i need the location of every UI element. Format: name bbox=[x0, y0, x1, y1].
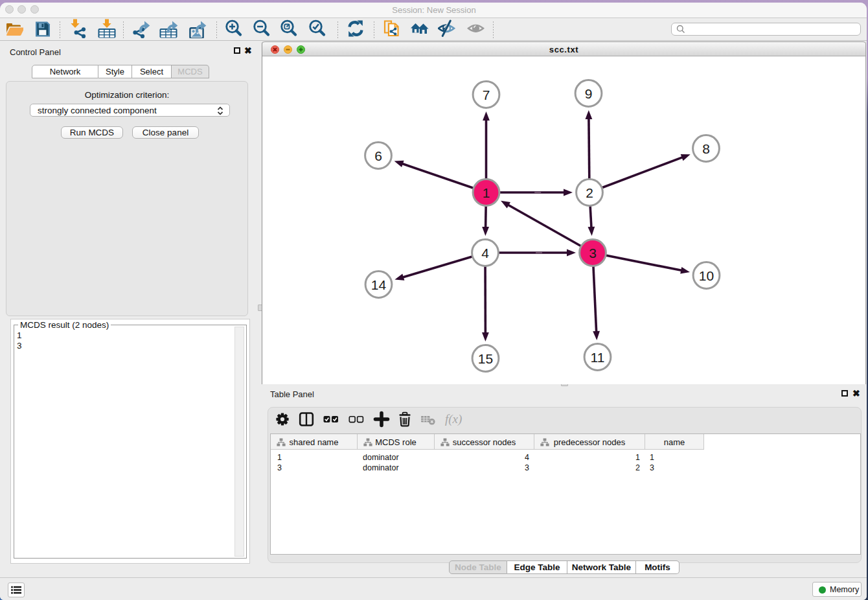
svg-text:4: 4 bbox=[481, 246, 489, 260]
svg-text:11: 11 bbox=[591, 350, 605, 365]
svg-text:2: 2 bbox=[586, 185, 593, 200]
svg-text:7: 7 bbox=[483, 87, 490, 102]
svg-text:6: 6 bbox=[374, 148, 382, 163]
svg-text:8: 8 bbox=[702, 141, 710, 156]
svg-text:3: 3 bbox=[589, 246, 597, 260]
svg-text:14: 14 bbox=[371, 277, 387, 292]
svg-text:10: 10 bbox=[699, 268, 714, 283]
svg-text:1: 1 bbox=[483, 185, 490, 200]
svg-text:9: 9 bbox=[585, 86, 593, 101]
svg-text:15: 15 bbox=[478, 351, 493, 366]
